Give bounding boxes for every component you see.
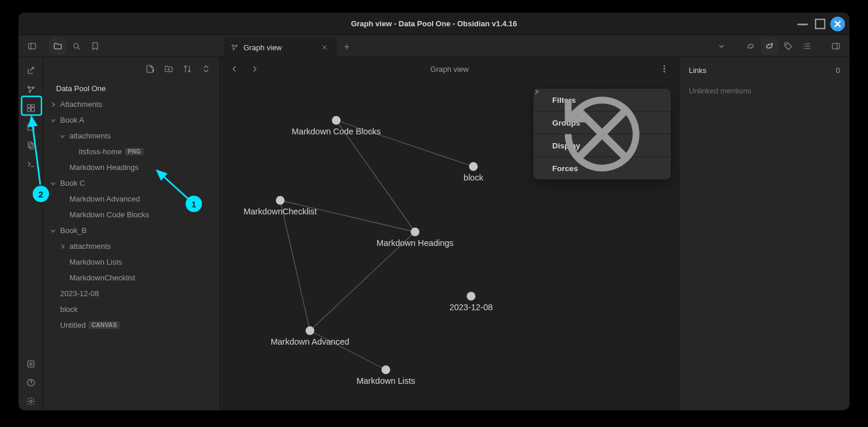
collapse-left-sidebar-button[interactable] <box>23 37 41 55</box>
graph-node-label: Markdown Lists <box>357 376 416 386</box>
window-title: Graph view - Data Pool One - Obsidian v1… <box>351 19 517 28</box>
graph-node[interactable]: Markdown Code Blocks <box>292 116 381 137</box>
svg-rect-13 <box>31 105 34 107</box>
svg-rect-2 <box>29 43 36 48</box>
maximize-button[interactable] <box>812 16 828 32</box>
left-sidebar-tabs <box>19 35 220 57</box>
file-row[interactable]: Markdown Lists <box>43 254 216 270</box>
outgoing-links-tab[interactable] <box>761 37 778 55</box>
file-row[interactable]: block <box>43 301 216 317</box>
row-label: Markdown Lists <box>69 258 122 266</box>
graph-node-label: Markdown Code Blocks <box>292 127 381 136</box>
svg-point-37 <box>306 327 315 335</box>
new-folder-button[interactable] <box>161 61 176 77</box>
tags-tab[interactable] <box>779 37 797 55</box>
vault-button[interactable] <box>22 355 40 373</box>
graph-node[interactable]: Markdown Headings <box>377 228 454 248</box>
minimize-button[interactable] <box>794 16 811 32</box>
row-label: Book C <box>60 179 85 188</box>
folder-row[interactable]: Book C <box>43 175 216 191</box>
nav-forward-button[interactable] <box>246 60 263 78</box>
collapse-right-sidebar-button[interactable] <box>827 37 845 55</box>
bookmarks-tab[interactable] <box>86 37 104 55</box>
new-tab-button[interactable] <box>337 37 357 57</box>
templates-button[interactable] <box>22 137 40 154</box>
daily-note-button[interactable] <box>22 118 40 136</box>
graph-view-button[interactable] <box>22 81 40 98</box>
right-sidebar: Links 0 Unlinked mentions <box>679 57 849 410</box>
file-tree[interactable]: Data Pool One AttachmentsBook Aattachmen… <box>43 81 219 410</box>
workspace: Graph view Markdown Code BlocksblockMark… <box>220 57 679 410</box>
file-row[interactable]: MarkdownChecklist <box>43 270 216 286</box>
search-tab[interactable] <box>68 37 85 55</box>
backlinks-tab[interactable] <box>742 37 759 55</box>
command-palette-button[interactable] <box>22 155 40 173</box>
svg-line-29 <box>280 200 310 331</box>
graph-settings-panel: Filters Groups Display <box>534 89 671 179</box>
annotation-callout-1: 1 <box>186 196 202 212</box>
top-toolbar: Graph view <box>19 35 849 57</box>
tab-bar: Graph view <box>220 35 713 57</box>
folder-row[interactable]: Book_B <box>43 223 216 238</box>
row-label: MarkdownChecklist <box>69 273 135 282</box>
close-button[interactable] <box>829 16 846 32</box>
sort-button[interactable] <box>180 61 195 77</box>
tab-dropdown-button[interactable] <box>713 37 730 55</box>
svg-point-7 <box>786 44 787 45</box>
more-options-button[interactable] <box>656 60 673 78</box>
svg-point-38 <box>382 366 391 374</box>
view-actions <box>713 35 849 57</box>
collapse-all-button[interactable] <box>198 61 214 77</box>
file-row[interactable]: 2023-12-08 <box>43 286 216 301</box>
file-explorer: Data Pool One AttachmentsBook Aattachmen… <box>43 57 220 410</box>
new-note-button[interactable] <box>142 61 158 77</box>
row-label: Book_B <box>60 226 87 235</box>
close-tab-icon[interactable] <box>320 43 329 51</box>
graph-node[interactable]: 2023-12-08 <box>449 292 493 313</box>
chevron-icon <box>49 180 57 186</box>
files-tab[interactable] <box>49 37 67 55</box>
row-label: Markdown Code Blocks <box>69 210 149 219</box>
window-controls <box>794 13 846 35</box>
outline-tab[interactable] <box>798 37 815 55</box>
chevron-icon <box>49 228 57 234</box>
row-label: Book A <box>60 116 84 124</box>
file-row[interactable]: itsfoss-homePNG <box>43 144 216 159</box>
graph-node[interactable]: Markdown Lists <box>357 366 416 386</box>
help-button[interactable] <box>22 374 40 391</box>
unlinked-mentions-section[interactable]: Unlinked mentions <box>679 83 849 99</box>
svg-point-33 <box>469 162 478 171</box>
tab-graph-view[interactable]: Graph view <box>224 37 337 57</box>
explorer-toolbar <box>43 57 219 81</box>
svg-rect-12 <box>27 105 30 107</box>
folder-row[interactable]: attachments <box>43 128 216 144</box>
file-badge: CANVAS <box>89 321 120 329</box>
file-row[interactable]: Markdown Headings <box>43 159 216 175</box>
row-label: Attachments <box>60 100 102 109</box>
folder-row[interactable]: attachments <box>43 238 216 254</box>
graph-node[interactable]: Markdown Advanced <box>271 327 350 347</box>
svg-point-25 <box>664 71 665 72</box>
svg-line-28 <box>280 200 415 232</box>
svg-point-20 <box>30 363 32 365</box>
svg-rect-15 <box>31 107 34 112</box>
graph-node[interactable]: block <box>463 162 484 183</box>
svg-rect-18 <box>30 144 34 149</box>
titlebar: Graph view - Data Pool One - Obsidian v1… <box>19 13 849 35</box>
vault-title[interactable]: Data Pool One <box>43 81 216 96</box>
file-badge: PNG <box>125 148 144 155</box>
settings-button[interactable] <box>22 393 40 410</box>
row-label: block <box>60 305 78 314</box>
links-header[interactable]: Links 0 <box>679 57 849 83</box>
canvas-button[interactable] <box>22 99 40 117</box>
folder-row[interactable]: Attachments <box>43 96 216 112</box>
quick-switcher-button[interactable] <box>22 62 40 79</box>
graph-canvas[interactable]: Markdown Code BlocksblockMarkdownCheckli… <box>220 81 679 410</box>
panel-filters[interactable]: Filters <box>534 89 671 111</box>
nav-back-button[interactable] <box>226 60 243 78</box>
row-label: Markdown Advanced <box>69 195 140 203</box>
chevron-icon <box>58 244 67 249</box>
file-row[interactable]: UntitledCANVAS <box>43 317 216 333</box>
svg-point-35 <box>411 228 420 237</box>
folder-row[interactable]: Book A <box>43 112 216 128</box>
